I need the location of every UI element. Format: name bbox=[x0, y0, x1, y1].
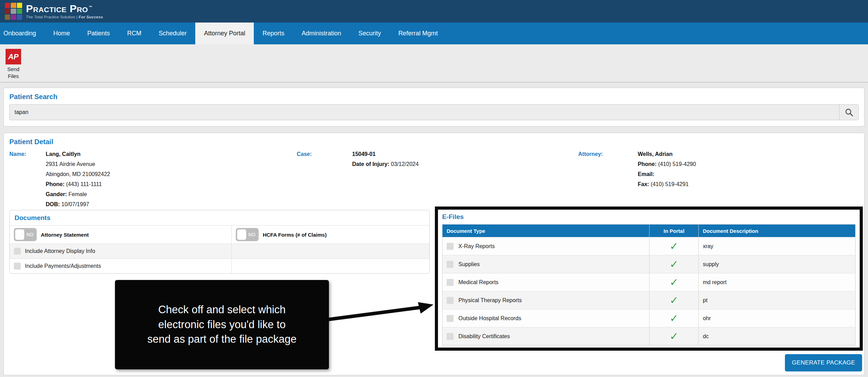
gender-value: Female bbox=[69, 191, 87, 197]
attorney-portal-icon[interactable]: AP bbox=[6, 49, 21, 64]
efile-description: pt bbox=[703, 297, 707, 304]
patient-address-line1: 2931 Airdrie Avenue bbox=[46, 159, 110, 169]
attorney-phone-label: Phone: bbox=[638, 161, 656, 167]
efile-checkbox[interactable] bbox=[447, 297, 454, 304]
efile-type-label: Disability Certificates bbox=[458, 333, 510, 340]
efile-description: dc bbox=[703, 333, 709, 340]
toggle-switch[interactable]: NO bbox=[14, 228, 37, 241]
attorney-values: Wells, Adrian Phone: (410) 519-4290 Emai… bbox=[638, 149, 696, 189]
toolbar: AP Send Files bbox=[0, 44, 868, 82]
app-header: Practice Pro™ The Total Practice Solutio… bbox=[0, 0, 868, 23]
logo-square bbox=[11, 15, 16, 20]
efile-type-cell: Physical Therapy Reports bbox=[442, 291, 649, 309]
efile-description-cell: xray bbox=[698, 237, 855, 255]
efile-row: Medical Reports ✓ md report bbox=[442, 273, 855, 291]
nav-tab-administration[interactable]: Administration bbox=[293, 23, 350, 44]
toggle-switch[interactable]: NO bbox=[236, 228, 259, 241]
efile-row: Disability Certificates ✓ dc bbox=[442, 327, 855, 345]
search-icon bbox=[844, 108, 854, 117]
name-label: Name: bbox=[9, 149, 46, 209]
logo-square bbox=[5, 15, 10, 20]
efiles-rows: X-Ray Reports ✓ xray Supplies ✓ supply M… bbox=[442, 237, 855, 345]
annotation-line: electronic files you'd like to bbox=[158, 317, 286, 332]
brand-block: Practice Pro™ The Total Practice Solutio… bbox=[26, 3, 103, 19]
nav-tab-onboarding[interactable]: Onboarding bbox=[0, 23, 45, 44]
efile-inportal-cell: ✓ bbox=[649, 237, 698, 255]
tagline-main: The Total Practice Solution | bbox=[26, 15, 78, 19]
efile-row: Physical Therapy Reports ✓ pt bbox=[442, 291, 855, 309]
nav-tab-patients[interactable]: Patients bbox=[79, 23, 118, 44]
option-checkbox[interactable] bbox=[14, 263, 21, 270]
efile-checkbox[interactable] bbox=[447, 243, 454, 250]
patient-name: Lang, Caitlyn bbox=[46, 149, 110, 159]
nav-tab-home[interactable]: Home bbox=[45, 23, 79, 44]
send-files-button-label[interactable]: Send Files bbox=[6, 66, 21, 80]
document-toggle-cell: NO Attorney Statement bbox=[10, 226, 231, 244]
attorney-fax: Fax: (410) 519-4291 bbox=[638, 179, 696, 189]
efile-description-cell: pt bbox=[698, 291, 855, 309]
patient-name-group: Name: Lang, Caitlyn 2931 Airdrie Avenue … bbox=[9, 149, 110, 209]
patient-address-line2: Abingdon, MD 210092422 bbox=[46, 169, 110, 179]
check-icon: ✓ bbox=[670, 295, 678, 306]
attorney-email: Email: bbox=[638, 169, 696, 179]
column-header-document-description: Document Description bbox=[698, 225, 855, 237]
patient-phone: Phone: (443) 111-1111 bbox=[46, 179, 110, 189]
documents-empty-cell bbox=[231, 244, 429, 258]
search-button[interactable] bbox=[839, 104, 859, 120]
generate-package-button[interactable]: GENERATE PACKAGE bbox=[785, 354, 862, 371]
attorney-phone-value: (410) 519-4290 bbox=[658, 161, 696, 167]
brand-text: Practice Pro bbox=[26, 3, 88, 14]
efile-type-label: Supplies bbox=[458, 261, 480, 268]
efile-type-cell: X-Ray Reports bbox=[442, 237, 649, 255]
brand-name: Practice Pro™ bbox=[26, 3, 103, 14]
efile-checkbox[interactable] bbox=[447, 333, 454, 340]
attorney-fax-value: (410) 519-4291 bbox=[651, 181, 688, 187]
nav-tab-scheduler[interactable]: Scheduler bbox=[150, 23, 195, 44]
logo-square bbox=[11, 9, 16, 14]
nav-tab-attorney-portal[interactable]: Attorney Portal bbox=[195, 23, 254, 44]
documents-panel: Documents NO Attorney Statement NO HCFA … bbox=[9, 210, 430, 274]
patient-search-input[interactable] bbox=[9, 104, 839, 120]
efile-checkbox[interactable] bbox=[447, 315, 454, 322]
efile-description: xray bbox=[703, 243, 713, 249]
tagline-accent: For Success bbox=[79, 15, 103, 19]
option-checkbox[interactable] bbox=[14, 248, 21, 255]
option-label: Include Attorney Display Info bbox=[25, 248, 95, 254]
logo-square bbox=[17, 15, 22, 20]
annotation-arrow-icon bbox=[328, 299, 436, 325]
documents-empty-cell bbox=[231, 259, 429, 273]
efile-inportal-cell: ✓ bbox=[649, 255, 698, 273]
nav-tab-referral-mgmt[interactable]: Referral Mgmt bbox=[390, 23, 446, 44]
efile-checkbox[interactable] bbox=[447, 261, 454, 268]
case-values: 15049-01 Date of Injury: 03/12/2024 bbox=[352, 149, 419, 169]
efile-row: Outside Hospital Records ✓ ohr bbox=[442, 309, 855, 327]
search-row bbox=[9, 104, 859, 120]
toggle-knob-icon bbox=[15, 229, 24, 240]
efile-checkbox[interactable] bbox=[447, 279, 454, 286]
documents-option-cell: Include Payments/Adjustments bbox=[10, 259, 231, 273]
annotation-line: send as part of the file package bbox=[147, 332, 297, 347]
ap-badge-text: AP bbox=[8, 52, 19, 61]
toggle-state-label: NO bbox=[26, 232, 34, 237]
toggle-state-label: NO bbox=[248, 232, 256, 237]
nav-tab-security[interactable]: Security bbox=[350, 23, 390, 44]
check-icon: ✓ bbox=[670, 259, 678, 270]
efile-type-label: Physical Therapy Reports bbox=[458, 297, 522, 304]
nav-tab-rcm[interactable]: RCM bbox=[118, 23, 150, 44]
toggle-knob-icon bbox=[237, 229, 246, 240]
option-label: Include Payments/Adjustments bbox=[25, 263, 101, 269]
nav-tab-reports[interactable]: Reports bbox=[254, 23, 293, 44]
files-label: Files bbox=[6, 73, 21, 80]
efile-type-cell: Supplies bbox=[442, 255, 649, 273]
logo-square bbox=[11, 3, 16, 8]
gender-label: Gander: bbox=[46, 191, 67, 197]
documents-title: Documents bbox=[10, 210, 429, 225]
main-nav: OnboardingHomePatientsRCMSchedulerAttorn… bbox=[0, 23, 868, 44]
efiles-title: E-Files bbox=[442, 213, 856, 221]
attorney-email-label: Email: bbox=[638, 171, 654, 177]
column-header-in-portal: In Portal bbox=[649, 225, 698, 237]
efile-inportal-cell: ✓ bbox=[649, 327, 698, 345]
annotation-callout: Check off and select whichelectronic fil… bbox=[115, 280, 329, 369]
patient-detail-title: Patient Detail bbox=[9, 138, 859, 146]
attorney-label: Attorney: bbox=[578, 149, 638, 189]
